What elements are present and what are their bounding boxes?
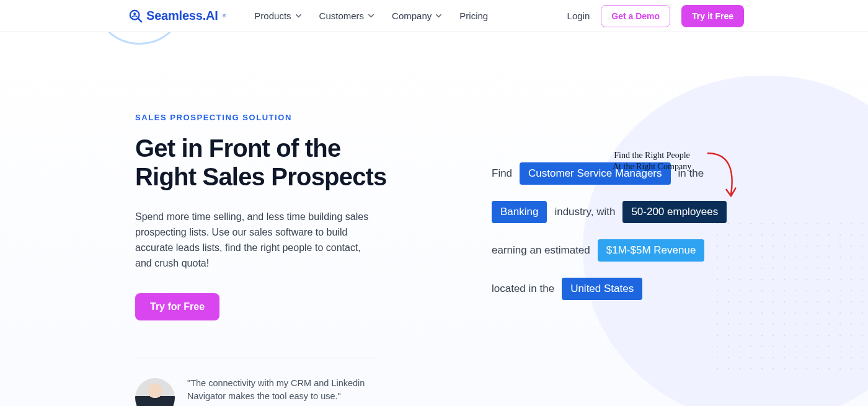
query-builder-illustration: Find the Right People At the Right Compa…	[427, 113, 744, 406]
nav-item-label: Company	[392, 11, 432, 21]
query-chip-industry: Banking	[492, 201, 547, 223]
registered-mark: ®	[223, 13, 226, 19]
get-demo-button[interactable]: Get a Demo	[601, 5, 670, 27]
hero-description: Spend more time selling, and less time b…	[135, 210, 371, 271]
try-for-free-button[interactable]: Try for Free	[135, 293, 219, 320]
hero-copy: SALES PROSPECTING SOLUTION Get in Front …	[135, 113, 389, 406]
query-row: earning an estimated $1M-$5M Revenue	[492, 239, 744, 262]
nav-item-label: Products	[254, 11, 291, 21]
query-chip-location: United States	[562, 278, 642, 300]
eyebrow: SALES PROSPECTING SOLUTION	[135, 113, 389, 122]
hero-title: Get in Front of the Right Sales Prospect…	[135, 135, 389, 191]
handwritten-line: Find the Right People	[614, 151, 690, 160]
nav-item-company[interactable]: Company	[392, 11, 442, 21]
nav-item-pricing[interactable]: Pricing	[459, 11, 488, 21]
avatar	[135, 378, 175, 406]
nav-item-customers[interactable]: Customers	[319, 11, 375, 21]
svg-line-2	[138, 19, 141, 22]
divider	[135, 358, 377, 358]
nav-items: Products Customers Company Pricing	[254, 11, 488, 21]
handwritten-note: Find the Right People At the Right Compa…	[613, 150, 691, 172]
query-chip-revenue: $1M-$5M Revenue	[598, 239, 705, 262]
arrow-icon	[702, 150, 740, 203]
chevron-down-icon	[435, 12, 442, 19]
try-free-button[interactable]: Try it Free	[681, 5, 744, 27]
login-link[interactable]: Login	[567, 11, 590, 21]
testimonial: "The connectivity with my CRM and Linked…	[135, 377, 383, 406]
query-text: Find	[492, 167, 512, 180]
hero-section: SALES PROSPECTING SOLUTION Get in Front …	[0, 32, 868, 406]
query-row: Banking industry, with 50-200 employees	[492, 201, 744, 223]
top-nav: Seamless.AI® Products Customers Company …	[0, 0, 868, 32]
brand-logo[interactable]: Seamless.AI®	[129, 9, 226, 23]
query-text: industry, with	[554, 206, 615, 218]
testimonial-quote: "The connectivity with my CRM and Linked…	[187, 377, 383, 403]
chevron-down-icon	[295, 12, 302, 19]
handwritten-line: At the Right Company	[613, 162, 691, 171]
query-row: located in the United States	[492, 278, 744, 300]
search-person-icon	[129, 9, 143, 23]
nav-actions: Login Get a Demo Try it Free	[567, 5, 744, 27]
hero-title-line: Get in Front of the	[135, 135, 340, 162]
nav-item-label: Pricing	[459, 11, 488, 21]
nav-item-label: Customers	[319, 11, 365, 21]
brand-name: Seamless.AI	[146, 9, 218, 23]
hero-title-line: Right Sales Prospects	[135, 163, 387, 190]
chevron-down-icon	[368, 12, 374, 19]
query-text: located in the	[492, 283, 554, 295]
nav-item-products[interactable]: Products	[254, 11, 301, 21]
query-text: earning an estimated	[492, 244, 590, 257]
query-chip-employees: 50-200 employees	[622, 201, 727, 223]
svg-point-1	[133, 12, 136, 15]
